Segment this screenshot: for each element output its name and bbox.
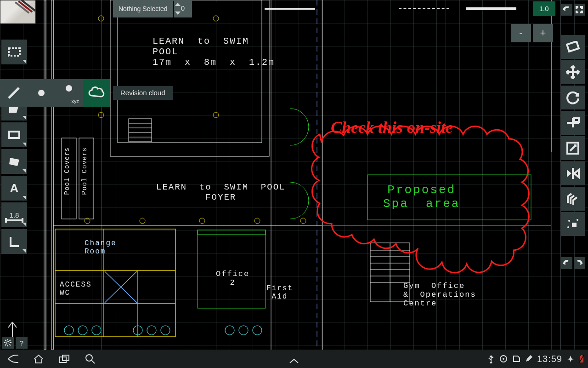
tool-rectangle[interactable]: [1, 122, 27, 147]
tool-xyz[interactable]: xyz: [55, 79, 83, 107]
svg-rect-66: [574, 118, 579, 122]
tool-rotate[interactable]: [561, 86, 585, 109]
zoom-out-button[interactable]: -: [511, 24, 531, 42]
svg-rect-55: [9, 48, 20, 56]
bottom-left-controls: ?: [2, 337, 28, 349]
svg-rect-1: [51, 0, 53, 350]
counter-value: 0: [181, 4, 185, 12]
svg-rect-5: [118, 0, 262, 143]
zoom-controls: - +: [511, 24, 553, 42]
tool-dimension[interactable]: 1.8: [1, 202, 27, 227]
annotation-check: Check this on-site: [331, 118, 453, 137]
right-toolbar: [560, 4, 585, 269]
tool-offset[interactable]: [561, 187, 585, 211]
tool-polygon[interactable]: [1, 149, 27, 174]
label-spa: Proposed Spa area: [383, 183, 460, 211]
label-accesswc: ACCESS WC: [60, 281, 92, 297]
tool-revision-cloud[interactable]: [83, 79, 110, 107]
expand-icon: [23, 249, 26, 253]
expand-icon: [23, 60, 26, 63]
tool-scale[interactable]: [561, 136, 585, 160]
tool-mirror[interactable]: [561, 161, 585, 185]
svg-point-54: [300, 218, 306, 224]
tool-select[interactable]: [1, 40, 27, 64]
cad-canvas[interactable]: LEARN to SWIM POOL 17m x 8m x 1.2m LEARN…: [0, 0, 588, 350]
linetype-solid[interactable]: [265, 4, 315, 14]
tool-explode[interactable]: [561, 212, 585, 236]
spinner-down-icon[interactable]: [175, 12, 181, 15]
expand-icon: [23, 196, 26, 199]
settings-button[interactable]: [2, 337, 14, 349]
tool-line[interactable]: [0, 79, 28, 107]
left-toolbar: A 1.8: [0, 40, 28, 254]
svg-point-45: [253, 326, 262, 335]
tool-text[interactable]: A: [1, 176, 27, 201]
sync-icon: [499, 355, 508, 363]
svg-rect-4: [110, 0, 269, 156]
label-poolcovers2: Pool Covers: [81, 147, 88, 195]
svg-point-78: [490, 362, 492, 364]
svg-point-39: [92, 326, 101, 335]
drawing-layer: [0, 0, 588, 350]
svg-point-62: [66, 85, 72, 92]
svg-rect-82: [581, 355, 582, 356]
color-swatch[interactable]: [207, 2, 249, 15]
svg-rect-69: [572, 223, 577, 227]
svg-line-60: [9, 88, 19, 98]
status-icons[interactable]: 13:59: [487, 354, 588, 364]
label-gym: Gym Office & Operations Centre: [403, 282, 476, 308]
undo-button[interactable]: [561, 4, 572, 16]
lineweight-value[interactable]: 1.0: [533, 1, 555, 16]
svg-point-41: [147, 326, 156, 335]
svg-point-73: [6, 341, 9, 344]
svg-point-53: [254, 218, 260, 224]
svg-point-51: [140, 218, 145, 224]
edit-icon: [525, 355, 532, 362]
spinner-up-icon[interactable]: [175, 3, 181, 6]
tool-move[interactable]: [561, 60, 585, 84]
svg-rect-13: [129, 119, 152, 142]
nav-recent[interactable]: [51, 350, 77, 368]
svg-rect-63: [567, 41, 579, 52]
svg-point-37: [64, 326, 74, 335]
sdcard-icon: [512, 355, 520, 362]
step-back-button[interactable]: [561, 257, 572, 269]
tool-point[interactable]: [28, 79, 55, 107]
tool-perpendicular[interactable]: [1, 229, 27, 254]
svg-point-46: [98, 16, 104, 21]
selection-status[interactable]: Nothing Selected: [113, 0, 173, 17]
svg-point-80: [503, 358, 504, 360]
svg-rect-56: [9, 132, 19, 138]
battery-icon: [579, 355, 584, 363]
system-bar: 13:59: [0, 350, 588, 368]
expand-icon: [23, 169, 26, 172]
tool-align[interactable]: [561, 111, 585, 135]
fullscreen-button[interactable]: [574, 4, 585, 16]
label-poolcovers1: Pool Covers: [63, 147, 71, 195]
nav-home[interactable]: [26, 350, 51, 368]
help-button[interactable]: ?: [16, 337, 28, 349]
top-toolbar: Nothing Selected 0 1.0: [113, 0, 555, 17]
svg-line-77: [91, 360, 95, 363]
linetype-thin[interactable]: [332, 4, 382, 14]
step-fwd-button[interactable]: [574, 257, 585, 269]
svg-point-70: [568, 220, 570, 222]
svg-point-49: [213, 112, 219, 118]
tool-erase[interactable]: [561, 35, 585, 59]
drawing-thumbnail[interactable]: [0, 0, 36, 24]
label-pool: LEARN to SWIM POOL 17m x 8m x 1.2m: [153, 36, 275, 68]
nav-back[interactable]: [0, 350, 26, 368]
linetype-heavy[interactable]: [466, 4, 516, 14]
svg-rect-0: [44, 0, 46, 350]
svg-rect-34: [198, 230, 266, 235]
svg-point-42: [161, 326, 170, 335]
zoom-in-button[interactable]: +: [533, 24, 553, 42]
svg-point-52: [199, 218, 205, 224]
nav-search[interactable]: [77, 350, 103, 368]
svg-point-71: [577, 219, 578, 221]
counter-spinner[interactable]: 0: [174, 0, 192, 17]
expand-sysbar-icon[interactable]: [288, 358, 300, 364]
airplane-icon: [567, 355, 574, 362]
linetype-dashed[interactable]: [399, 4, 449, 14]
svg-point-48: [98, 112, 104, 118]
